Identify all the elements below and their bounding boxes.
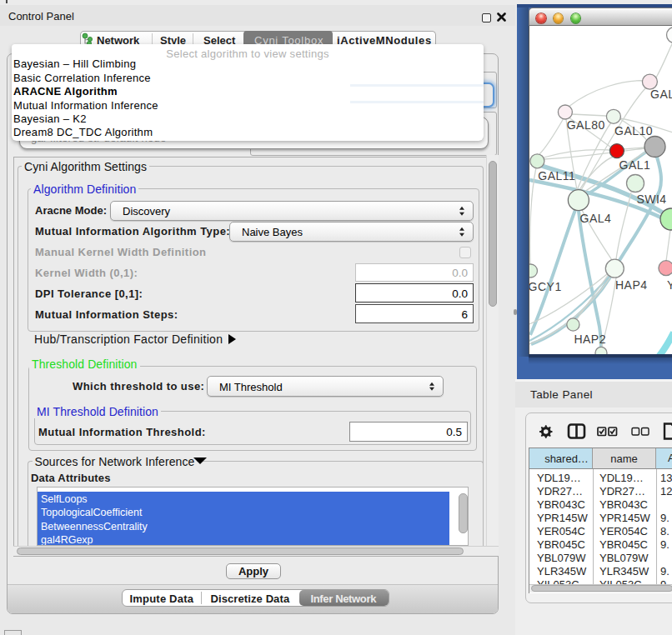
svg-text:GCY1: GCY1 <box>529 280 562 293</box>
svg-text:HAP2: HAP2 <box>574 332 606 346</box>
svg-text:HAP4: HAP4 <box>615 278 648 292</box>
svg-text:GAL11: GAL11 <box>538 169 575 182</box>
svg-text:GAL7: GAL7 <box>650 88 672 101</box>
svg-text:GAL80: GAL80 <box>567 118 605 132</box>
svg-text:YJ: YJ <box>667 278 672 292</box>
svg-text:SWI4: SWI4 <box>636 192 666 206</box>
svg-text:GAL10: GAL10 <box>614 124 653 138</box>
svg-text:GAL4: GAL4 <box>580 212 612 225</box>
svg-text:GAL1: GAL1 <box>619 158 651 172</box>
